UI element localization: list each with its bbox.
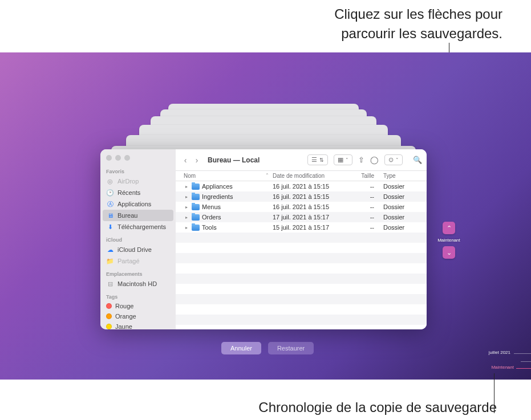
search-button[interactable]: 🔍 xyxy=(413,156,422,164)
backup-timeline[interactable]: juillet 2021 Maintenant xyxy=(491,343,531,372)
sidebar-item-label: Bureau xyxy=(117,212,137,219)
sidebar-heading-locations: Emplacements xyxy=(100,269,176,278)
tag-dot-red xyxy=(106,303,112,309)
ellipsis-icon: ⊙ xyxy=(388,156,394,164)
restore-button[interactable]: Restaurer xyxy=(268,342,314,354)
folder-icon xyxy=(192,184,200,190)
shared-icon: 📁 xyxy=(106,257,114,265)
sidebar-item-downloads[interactable]: ⬇ Téléchargements xyxy=(100,221,176,233)
sidebar-item-bureau[interactable]: 🖥 Bureau xyxy=(103,210,173,221)
sidebar-item-label: Macintosh HD xyxy=(117,280,157,287)
timeline-now-label: Maintenant xyxy=(491,365,514,370)
table-row[interactable]: ▸Menus 16 juil. 2021 à 15:15 -- Dossier xyxy=(176,202,427,212)
view-options-button[interactable]: ▦ ˅ xyxy=(334,154,352,165)
tag-dot-orange xyxy=(106,313,112,319)
empty-row xyxy=(176,233,427,243)
sidebar-item-label: Jaune xyxy=(115,323,132,329)
finder-window: Favoris ◎ AirDrop 🕑 Récents Ⓐ Applicatio… xyxy=(100,149,427,329)
row-date: 17 juil. 2021 à 15:17 xyxy=(273,214,347,221)
disclosure-icon[interactable]: ▸ xyxy=(184,184,189,189)
callout-line-bottom xyxy=(494,373,494,413)
column-header-date[interactable]: Date de modification xyxy=(273,173,347,179)
column-header-name[interactable]: Nom ⌃ xyxy=(176,173,273,179)
table-row[interactable]: ▸Orders 17 juil. 2021 à 15:17 -- Dossier xyxy=(176,212,427,222)
caption-bottom: Chronologie de la copie de sauvegarde xyxy=(0,399,497,415)
row-type: Dossier xyxy=(379,203,427,210)
sidebar-item-tag-orange[interactable]: Orange xyxy=(100,311,176,321)
chevron-down-icon: ˅ xyxy=(396,157,399,163)
sidebar-item-tag-red[interactable]: Rouge xyxy=(100,301,176,311)
tag-button[interactable]: ◯ xyxy=(370,156,379,164)
row-date: 15 juil. 2021 à 15:17 xyxy=(273,224,347,231)
sidebar-item-recents[interactable]: 🕑 Récents xyxy=(100,187,176,198)
next-backup-button[interactable]: ⌄ xyxy=(443,246,455,259)
view-group-button[interactable]: ☰ ⇅ xyxy=(307,154,328,165)
row-type: Dossier xyxy=(379,183,427,190)
tag-dot-yellow xyxy=(106,324,112,329)
empty-row xyxy=(176,253,427,263)
disclosure-icon[interactable]: ▸ xyxy=(184,215,189,220)
folder-icon xyxy=(192,214,200,221)
toolbar-right: ☰ ⇅ ▦ ˅ ⇧ ◯ ⊙ ˅ xyxy=(307,154,422,165)
table-row[interactable]: ▸Tools 15 juil. 2021 à 15:17 -- Dossier xyxy=(176,222,427,233)
sidebar-section-tags: Tags Rouge Orange Jaune Vert xyxy=(100,291,176,329)
column-header-type[interactable]: Type xyxy=(379,173,427,179)
forward-button[interactable]: › xyxy=(192,155,202,165)
row-size: -- xyxy=(347,183,379,190)
clock-icon: 🕑 xyxy=(106,189,114,197)
caption-top-line2: parcourir les sauvegardes. xyxy=(341,26,502,41)
row-size: -- xyxy=(347,203,379,210)
toolbar-nav: ‹ › xyxy=(180,155,202,165)
row-type: Dossier xyxy=(379,214,427,221)
window-title: Bureau — Local xyxy=(205,156,304,164)
main-pane: ‹ › Bureau — Local ☰ ⇅ ▦ ˅ ⇧ xyxy=(176,149,427,329)
sidebar-item-tag-yellow[interactable]: Jaune xyxy=(100,321,176,329)
row-name: Ingredients xyxy=(202,193,233,200)
nav-now-label: Maintenant xyxy=(437,236,460,244)
disclosure-icon[interactable]: ▸ xyxy=(184,205,189,210)
sidebar-item-airdrop[interactable]: ◎ AirDrop xyxy=(100,176,176,187)
chevron-up-icon: ⌃ xyxy=(447,225,452,232)
toolbar: ‹ › Bureau — Local ☰ ⇅ ▦ ˅ ⇧ xyxy=(176,149,427,171)
sidebar-item-icloud-drive[interactable]: ☁ iCloud Drive xyxy=(100,244,176,255)
sidebar-item-label: Orange xyxy=(115,313,136,320)
row-type: Dossier xyxy=(379,193,427,200)
table-row[interactable]: ▸Ingredients 16 juil. 2021 à 15:15 -- Do… xyxy=(176,191,427,202)
row-size: -- xyxy=(347,214,379,221)
empty-row xyxy=(176,243,427,253)
close-button[interactable] xyxy=(106,155,112,161)
table-row[interactable]: ▸Appliances 16 juil. 2021 à 15:15 -- Dos… xyxy=(176,181,427,191)
disclosure-icon[interactable]: ▸ xyxy=(184,225,189,230)
folder-icon xyxy=(192,204,200,210)
column-header-size[interactable]: Taille xyxy=(347,173,379,179)
sidebar-item-label: Partagé xyxy=(117,258,140,264)
list-body: ▸Appliances 16 juil. 2021 à 15:15 -- Dos… xyxy=(176,181,427,329)
previous-backup-button[interactable]: ⌃ xyxy=(443,222,455,234)
sidebar-heading-icloud: iCloud xyxy=(100,235,176,244)
sidebar-item-shared[interactable]: 📁 Partagé xyxy=(100,255,176,267)
minimize-button[interactable] xyxy=(115,155,121,161)
sidebar-item-macintosh-hd[interactable]: ⊟ Macintosh HD xyxy=(100,278,176,289)
row-date: 16 juil. 2021 à 15:15 xyxy=(273,183,347,190)
cancel-button[interactable]: Annuler xyxy=(221,342,261,354)
sort-caret-icon: ⌃ xyxy=(265,173,273,179)
sidebar-item-applications[interactable]: Ⓐ Applications xyxy=(100,198,176,210)
empty-rows xyxy=(176,233,427,325)
empty-row xyxy=(176,274,427,284)
action-menu-button[interactable]: ⊙ ˅ xyxy=(384,154,403,165)
share-button[interactable]: ⇧ xyxy=(358,156,364,164)
chevron-down-icon: ˅ xyxy=(346,157,348,163)
row-size: -- xyxy=(347,193,379,200)
disk-icon: ⊟ xyxy=(106,280,114,288)
disclosure-icon[interactable]: ▸ xyxy=(184,194,189,199)
row-type: Dossier xyxy=(379,224,427,231)
empty-row xyxy=(176,304,427,315)
empty-row xyxy=(176,315,427,325)
folder-icon xyxy=(192,225,200,231)
back-button[interactable]: ‹ xyxy=(180,155,190,165)
maximize-button[interactable] xyxy=(124,155,130,161)
sidebar-item-label: Récents xyxy=(117,189,140,196)
timeline-month-label: juillet 2021 xyxy=(489,350,510,355)
traffic-lights xyxy=(100,153,176,165)
applications-icon: Ⓐ xyxy=(106,200,114,208)
